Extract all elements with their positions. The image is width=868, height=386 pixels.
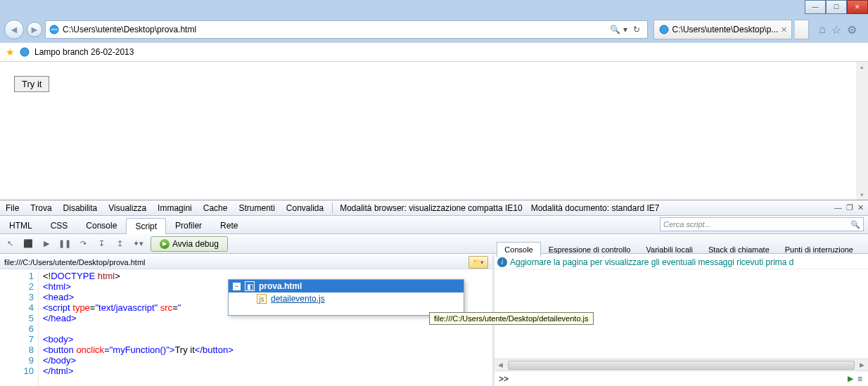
devtools-toolbar: ↖ ⬛ ▶ ❚❚ ↷ ↧ ↥ ✦▾ ▶ Avvia debug ConsoleE… xyxy=(0,234,868,254)
menu-strumenti[interactable]: Strumenti xyxy=(233,203,280,213)
close-button[interactable]: ✕ xyxy=(847,0,868,14)
try-it-button[interactable]: Try it xyxy=(14,76,49,92)
step-out-icon[interactable]: ↥ xyxy=(114,238,125,250)
browser-tab[interactable]: C:\Users\utente\Desktop\p... ✕ xyxy=(653,20,793,39)
devtools-menu: FileTrovaDisabilitaVisualizzaImmaginiCac… xyxy=(0,200,868,216)
devtools-close-icon[interactable]: ✕ xyxy=(857,203,864,212)
new-tab-button[interactable] xyxy=(795,20,809,39)
home-icon[interactable]: ⌂ xyxy=(819,23,826,37)
minimize-button[interactable]: — xyxy=(805,0,826,14)
menu-immagini[interactable]: Immagini xyxy=(152,203,198,213)
play-icon[interactable]: ▶ xyxy=(41,238,52,250)
back-button[interactable]: ◄ xyxy=(4,20,24,39)
forward-button[interactable]: ► xyxy=(27,22,42,37)
page-scrollbar[interactable]: ▴▾ xyxy=(856,62,868,200)
nav-bar: ◄ ► C:\Users\utente\Desktop\prova.html 🔍… xyxy=(0,17,868,42)
js-file-icon: js xyxy=(257,294,267,304)
pause-icon[interactable]: ❚❚ xyxy=(59,238,70,250)
html-file-icon: ◧ xyxy=(245,281,255,291)
page-icon xyxy=(19,46,30,58)
popup-item-detailevento[interactable]: js detailevento.js xyxy=(229,292,464,305)
browser-mode[interactable]: Modalità browser: visualizzazione compat… xyxy=(336,203,522,213)
page-content: Try it ▴▾ xyxy=(0,62,868,200)
favorites-bar: ★ Lampo branch 26-02-2013 xyxy=(0,42,868,62)
refresh-button[interactable]: ↻ xyxy=(633,25,640,34)
favorites-star-icon[interactable]: ☆ xyxy=(831,23,841,37)
search-icon[interactable]: 🔍 xyxy=(850,220,860,229)
ie-icon xyxy=(49,24,60,35)
devtools-tabs: HTMLCSSConsoleScriptProfilerRete Cerca s… xyxy=(0,216,868,234)
collapse-icon[interactable]: − xyxy=(233,283,241,290)
script-path-bar: file:///C:/Users/utente/Desktop/prova.ht… xyxy=(0,255,492,269)
maximize-button[interactable]: ☐ xyxy=(826,0,847,14)
info-icon: i xyxy=(497,257,507,267)
svg-point-1 xyxy=(660,25,668,34)
devtools-undock-icon[interactable]: ❐ xyxy=(846,203,853,212)
menu-cache[interactable]: Cache xyxy=(198,203,234,213)
stop-icon[interactable]: ⬛ xyxy=(23,238,34,250)
search-dropdown-icon[interactable]: 🔍 ▾ xyxy=(610,25,627,34)
console-input[interactable]: >> ▶ ≡ xyxy=(494,371,868,386)
console-info-message: i Aggiornare la pagina per visualizzare … xyxy=(494,255,868,269)
tab-rete[interactable]: Rete xyxy=(211,217,247,233)
menu-convalida[interactable]: Convalida xyxy=(281,203,329,213)
url-text: C:\Users\utente\Desktop\prova.html xyxy=(63,25,196,34)
step-into-icon[interactable]: ↧ xyxy=(96,238,107,250)
ie-icon xyxy=(658,24,670,35)
line-gutter: 12345678910 xyxy=(0,269,39,386)
tab-console[interactable]: Console xyxy=(77,217,126,233)
devtools-minimize-icon[interactable]: — xyxy=(834,203,842,212)
svg-point-2 xyxy=(20,48,29,56)
tab-title: C:\Users\utente\Desktop\p... xyxy=(672,25,779,34)
script-source-pane: file:///C:/Users/utente/Desktop/prova.ht… xyxy=(0,255,492,386)
pointer-icon[interactable]: ↖ xyxy=(4,238,15,250)
address-bar[interactable]: C:\Users\utente\Desktop\prova.html 🔍 ▾ ↻ xyxy=(45,20,648,39)
start-debug-button[interactable]: ▶ Avvia debug xyxy=(151,236,228,252)
tab-html[interactable]: HTML xyxy=(0,217,42,233)
script-search-input[interactable]: Cerca script... 🔍 xyxy=(660,217,864,231)
file-picker-button[interactable]: 📁▾ xyxy=(468,256,488,269)
tab-script[interactable]: Script xyxy=(126,218,166,234)
menu-visualizza[interactable]: Visualizza xyxy=(103,203,152,213)
multiline-toggle-icon[interactable]: ≡ xyxy=(856,374,864,384)
play-circle-icon: ▶ xyxy=(160,239,170,249)
document-mode[interactable]: Modalità documento: standard IE7 xyxy=(523,203,660,213)
script-file-popup: − ◧ prova.html js detailevento.js xyxy=(228,279,464,316)
add-favorite-icon[interactable]: ★ xyxy=(6,46,15,58)
tab-close-icon[interactable]: ✕ xyxy=(781,25,787,34)
file-tooltip: file:///C:/Users/utente/Desktop/detailev… xyxy=(429,312,594,325)
window-controls: — ☐ ✕ xyxy=(805,0,868,14)
tools-gear-icon[interactable]: ⚙ xyxy=(847,23,857,37)
menu-trova[interactable]: Trova xyxy=(25,203,57,213)
favorite-link[interactable]: Lampo branch 26-02-2013 xyxy=(34,47,134,57)
step-over-icon[interactable]: ↷ xyxy=(77,238,89,250)
run-icon[interactable]: ▶ xyxy=(845,374,856,383)
console-hscrollbar[interactable]: ◀▶ xyxy=(494,359,868,371)
menu-file[interactable]: File xyxy=(0,203,25,213)
popup-item-prova[interactable]: − ◧ prova.html xyxy=(229,280,464,292)
break-icon[interactable]: ✦▾ xyxy=(132,238,143,250)
menu-disabilita[interactable]: Disabilita xyxy=(58,203,103,213)
tab-css[interactable]: CSS xyxy=(42,217,77,233)
tab-profiler[interactable]: Profiler xyxy=(166,217,211,233)
